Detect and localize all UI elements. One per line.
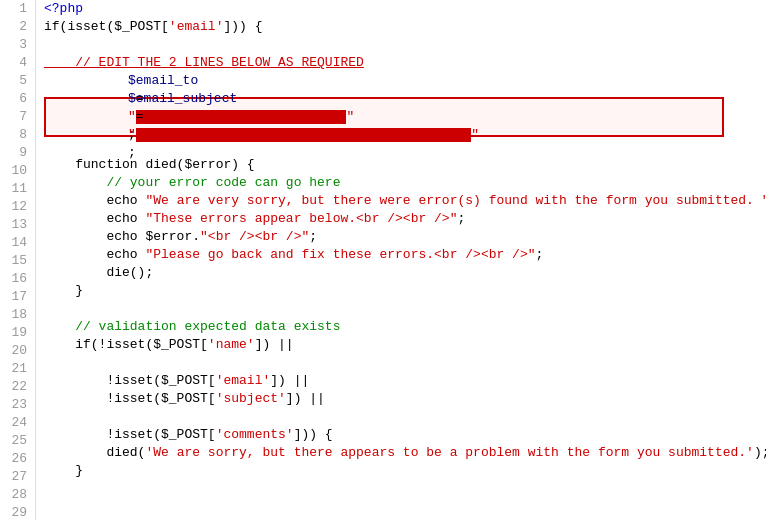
code-line-19 xyxy=(44,354,766,372)
token: } xyxy=(44,282,83,300)
code-line-10: echo "We are very sorry, but there were … xyxy=(44,192,766,210)
token: echo "We are very sorry, but there were … xyxy=(44,192,766,210)
code-line-28 xyxy=(44,516,766,520)
token: !isset($_POST['email']) || xyxy=(44,372,309,390)
token: !isset($_POST['comments'])) { xyxy=(44,426,333,444)
redacted-email-subject xyxy=(136,128,471,142)
code-editor: 1 2 3 4 5 6 7 8 9 10 11 12 13 14 15 16 1… xyxy=(0,0,766,520)
code-line-16 xyxy=(44,300,766,318)
token: } xyxy=(44,462,83,480)
code-line-22 xyxy=(44,408,766,426)
token: died('We are sorry, but there appears to… xyxy=(44,444,766,462)
line-numbers: 1 2 3 4 5 6 7 8 9 10 11 12 13 14 15 16 1… xyxy=(0,0,36,520)
code-line-25: } xyxy=(44,462,766,480)
token: if(!isset($_POST['name']) || xyxy=(44,336,294,354)
code-line-2: if(isset($_POST['email'])) { xyxy=(44,18,766,36)
token: echo $error."<br /><br />"; xyxy=(44,228,317,246)
token: // your error code can go here xyxy=(44,174,340,192)
code-line-6: $email_subject = " " ; xyxy=(46,117,722,135)
code-line-17: // validation expected data exists xyxy=(44,318,766,336)
code-line-11: echo "These errors appear below.<br /><b… xyxy=(44,210,766,228)
token: function died($error) { xyxy=(44,156,255,174)
token: if(isset($_POST['email'])) { xyxy=(44,18,262,36)
code-content: <?php if(isset($_POST['email'])) { // ED… xyxy=(36,0,766,520)
code-line-23: !isset($_POST['comments'])) { xyxy=(44,426,766,444)
code-line-18: if(!isset($_POST['name']) || xyxy=(44,336,766,354)
code-line-27 xyxy=(44,498,766,516)
token: echo "These errors appear below.<br /><b… xyxy=(44,210,465,228)
code-line-20: !isset($_POST['email']) || xyxy=(44,372,766,390)
code-line-12: echo $error."<br /><br />"; xyxy=(44,228,766,246)
token: // validation expected data exists xyxy=(44,318,340,336)
code-line-15: } xyxy=(44,282,766,300)
code-line-24: died('We are sorry, but there appears to… xyxy=(44,444,766,462)
token: echo "Please go back and fix these error… xyxy=(44,246,543,264)
token: <?php xyxy=(44,0,83,18)
code-line-26 xyxy=(44,480,766,498)
token: !isset($_POST['subject']) || xyxy=(44,390,325,408)
code-line-14: die(); xyxy=(44,264,766,282)
code-line-13: echo "Please go back and fix these error… xyxy=(44,246,766,264)
code-line-21: !isset($_POST['subject']) || xyxy=(44,390,766,408)
highlight-section: $email_to = " " ; $email_subject = " xyxy=(44,97,724,137)
token: die(); xyxy=(44,264,153,282)
code-line-1: <?php xyxy=(44,0,766,18)
code-line-3 xyxy=(44,36,766,54)
